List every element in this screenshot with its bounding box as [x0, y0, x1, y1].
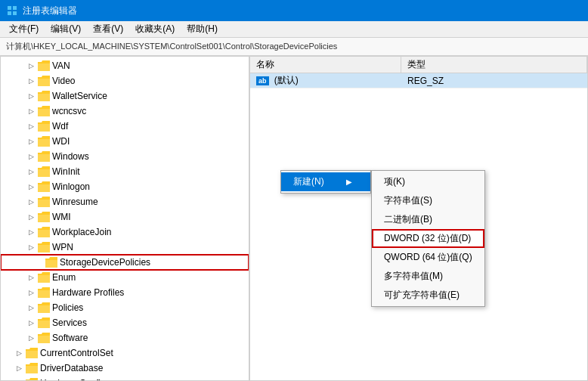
tree-label: DriverDatabase: [40, 363, 103, 373]
menu-edit[interactable]: 编辑(V): [45, 21, 87, 37]
col-header-type: 类型: [401, 57, 587, 73]
menu-view[interactable]: 查看(V): [87, 21, 129, 37]
tree-label: Hardware Profiles: [52, 287, 124, 298]
context-menu-item-new[interactable]: 新建(N) ▶: [281, 172, 370, 191]
folder-icon: [37, 318, 51, 328]
expand-arrow: ▷: [25, 153, 37, 160]
tree-label: WinInit: [52, 166, 80, 177]
context-menu-item-label: 新建(N): [293, 175, 324, 188]
tree-label: CurrentControlSet: [40, 348, 113, 358]
expand-arrow: ▷: [25, 243, 37, 251]
folder-icon: [25, 363, 39, 373]
expand-arrow: ▷: [25, 334, 37, 342]
tree-label: Enum: [52, 272, 76, 283]
submenu-item-binary[interactable]: 二进制值(B): [372, 210, 484, 229]
tree-panel[interactable]: ▷ VAN ▷ Video ▷ WalletService: [1, 57, 250, 380]
context-menu[interactable]: 新建(N) ▶: [280, 170, 371, 194]
tree-label: Software: [52, 333, 88, 343]
tree-item-wdf[interactable]: ▷ Wdf: [1, 119, 249, 134]
tree-item-hardwareconfig[interactable]: ▷ HardwareConfig: [1, 376, 249, 380]
address-bar: 计算机\HKEY_LOCAL_MACHINE\SYSTEM\ControlSet…: [0, 38, 588, 56]
tree-item-video[interactable]: ▷ Video: [1, 73, 249, 88]
tree-label: wcncsvc: [52, 106, 86, 116]
expand-arrow: ▷: [13, 364, 25, 372]
expand-arrow: ▷: [25, 274, 37, 281]
submenu-item-key[interactable]: 项(K): [372, 172, 484, 191]
tree-label: Windows: [52, 151, 89, 162]
folder-icon: [45, 257, 58, 268]
tree-label: WDI: [52, 136, 70, 147]
tree-label: WPN: [52, 242, 73, 252]
submenu-item-dword[interactable]: DWORD (32 位)值(D): [372, 229, 484, 248]
folder-icon: [37, 106, 51, 116]
tree-item-wcncsvc[interactable]: ▷ wcncsvc: [1, 104, 249, 119]
tree-item-winlogon[interactable]: ▷ Winlogon: [1, 179, 249, 194]
svg-rect-0: [8, 6, 11, 10]
tree-label: Services: [52, 318, 87, 328]
submenu-arrow-icon: ▶: [346, 178, 352, 186]
folder-icon: [25, 348, 39, 358]
data-cell-type: REG_SZ: [401, 76, 587, 86]
tree-item-wdi[interactable]: ▷ WDI: [1, 134, 249, 149]
submenu-item-expandstring[interactable]: 可扩充字符串值(E): [372, 286, 484, 305]
table-row[interactable]: ab (默认) REG_SZ: [250, 73, 587, 88]
default-value-label: (默认): [274, 75, 299, 85]
tree-item-winresume[interactable]: ▷ Winresume: [1, 194, 249, 209]
submenu-item-string[interactable]: 字符串值(S): [372, 191, 484, 210]
tree-item-hardwareprofiles[interactable]: ▷ Hardware Profiles: [1, 285, 249, 300]
folder-icon: [37, 302, 51, 313]
expand-arrow: ▷: [25, 304, 37, 311]
context-menu-overlay: 新建(N) ▶ 项(K) 字符串值(S) 二进制值(B) DWORD (32 位…: [280, 170, 485, 307]
tree-item-software[interactable]: ▷ Software: [1, 330, 249, 345]
tree-item-windows[interactable]: ▷ Windows: [1, 149, 249, 164]
tree-item-policies[interactable]: ▷ Policies: [1, 300, 249, 315]
tree-item-wpn[interactable]: ▷ WPN: [1, 240, 249, 255]
submenu-item-multistring[interactable]: 多字符串值(M): [372, 267, 484, 286]
expand-arrow: ▷: [25, 228, 37, 236]
submenu[interactable]: 项(K) 字符串值(S) 二进制值(B) DWORD (32 位)值(D) QW…: [371, 170, 485, 307]
tree-item-van[interactable]: ▷ VAN: [1, 58, 249, 73]
expand-arrow: ▷: [25, 213, 37, 221]
tree-item-storagedevicepolicies[interactable]: StorageDevicePolicies: [1, 255, 249, 270]
expand-arrow: ▷: [25, 289, 37, 296]
expand-arrow: ▷: [25, 168, 37, 175]
menu-bar: 文件(F) 编辑(V) 查看(V) 收藏夹(A) 帮助(H): [0, 21, 588, 38]
menu-favorites[interactable]: 收藏夹(A): [129, 21, 181, 37]
main-content: ▷ VAN ▷ Video ▷ WalletService: [0, 56, 588, 381]
expand-arrow: ▷: [25, 138, 37, 145]
svg-rect-2: [8, 11, 11, 15]
folder-icon: [37, 227, 51, 237]
expand-arrow: ▷: [25, 92, 37, 100]
tree-item-currentcontrolset[interactable]: ▷ CurrentControlSet: [1, 345, 249, 361]
expand-arrow: ▷: [25, 62, 37, 70]
folder-icon: [37, 91, 51, 101]
expand-arrow: ▷: [25, 319, 37, 327]
folder-icon: [37, 151, 51, 162]
menu-file[interactable]: 文件(F): [3, 21, 45, 37]
ab-icon: ab: [256, 76, 269, 85]
tree-item-workplacejoin[interactable]: ▷ WorkplaceJoin: [1, 225, 249, 240]
tree-item-enum[interactable]: ▷ Enum: [1, 270, 249, 285]
tree-item-services[interactable]: ▷ Services: [1, 315, 249, 330]
address-text: 计算机\HKEY_LOCAL_MACHINE\SYSTEM\ControlSet…: [6, 41, 337, 52]
menu-help[interactable]: 帮助(H): [181, 21, 224, 37]
expand-arrow: ▷: [25, 122, 37, 130]
tree-item-wmi[interactable]: ▷ WMI: [1, 209, 249, 225]
expand-arrow: ▷: [25, 77, 37, 85]
folder-icon: [37, 76, 51, 86]
tree-label: Video: [52, 76, 75, 86]
title-text: 注册表编辑器: [23, 5, 77, 17]
submenu-item-qword[interactable]: QWORD (64 位)值(Q): [372, 248, 484, 267]
tree-item-wininit[interactable]: ▷ WinInit: [1, 164, 249, 179]
tree-item-driverdatabase[interactable]: ▷ DriverDatabase: [1, 361, 249, 376]
expand-arrow: ▷: [25, 183, 37, 190]
right-panel: 名称 类型 ab (默认) REG_SZ 新建(N) ▶: [250, 57, 587, 380]
expand-arrow: ▷: [25, 107, 37, 115]
folder-icon: [37, 121, 51, 132]
expand-arrow: ▷: [13, 379, 25, 380]
tree-item-walletservice[interactable]: ▷ WalletService: [1, 88, 249, 104]
tree-label: HardwareConfig: [40, 378, 106, 380]
svg-rect-3: [13, 11, 17, 15]
folder-icon: [37, 272, 51, 283]
tree-label: VAN: [52, 60, 70, 71]
